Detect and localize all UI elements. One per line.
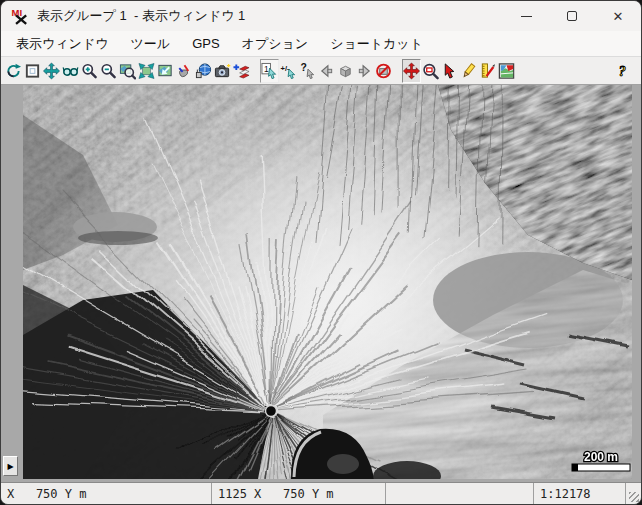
message-field xyxy=(386,483,534,504)
previous-view-button[interactable] xyxy=(156,59,175,83)
gps-icon xyxy=(195,62,212,80)
pan-arrows-icon xyxy=(43,62,60,80)
deselect-all-icon xyxy=(375,62,392,80)
minimize-icon xyxy=(521,16,532,17)
styles-icon xyxy=(176,62,193,80)
select-multi-icon: +/- xyxy=(280,62,297,80)
zoom-out-button[interactable] xyxy=(99,59,118,83)
identify-button[interactable]: ? xyxy=(298,59,317,83)
close-button[interactable]: ✕ xyxy=(595,1,641,31)
menu-shortcuts[interactable]: ショートカット xyxy=(319,32,434,56)
help-icon: ? xyxy=(615,62,632,80)
resize-grip[interactable] xyxy=(626,483,641,504)
maximize-icon xyxy=(567,11,577,21)
scale-bar-label: 200 m xyxy=(584,450,618,464)
locate-button[interactable] xyxy=(61,59,80,83)
add-layer-button[interactable] xyxy=(232,59,251,83)
titlebar: MI 表示グループ 1 - 表示ウィンドウ 1 ✕ xyxy=(1,1,641,31)
redraw-button[interactable] xyxy=(4,59,23,83)
geotoolbox-button[interactable] xyxy=(497,59,516,83)
next-element-icon xyxy=(356,62,373,80)
menu-options[interactable]: オプション xyxy=(231,32,320,56)
identify-icon: ? xyxy=(299,62,316,80)
zoom-box-button[interactable] xyxy=(421,59,440,83)
map-canvas[interactable]: 200 m xyxy=(23,85,632,479)
measure-icon xyxy=(479,62,496,80)
pan-tool-icon xyxy=(403,62,420,80)
select-single-button[interactable]: 1 xyxy=(260,59,279,83)
full-view-icon xyxy=(24,62,41,80)
element-icon xyxy=(337,62,354,80)
map-area: 200 m ▶ xyxy=(1,85,641,482)
select-tool-icon xyxy=(441,62,458,80)
map-scale-field: 1:12178 xyxy=(534,483,626,504)
locate-icon xyxy=(62,62,79,80)
minimize-button[interactable] xyxy=(503,1,549,31)
legend-panel-toggle[interactable]: ▶ xyxy=(3,456,18,476)
cursor-position-field: X 750 Y m xyxy=(1,483,212,504)
previous-element-icon xyxy=(318,62,335,80)
full-view-button[interactable] xyxy=(23,59,42,83)
previous-element-button[interactable] xyxy=(317,59,336,83)
next-element-button[interactable] xyxy=(355,59,374,83)
sketch-icon xyxy=(460,62,477,80)
snapshot-button[interactable] xyxy=(213,59,232,83)
deselect-all-button[interactable] xyxy=(374,59,393,83)
zoom-extents-button[interactable] xyxy=(137,59,156,83)
menu-gps[interactable]: GPS xyxy=(181,33,230,54)
select-tool-button[interactable] xyxy=(440,59,459,83)
select-multi-button[interactable]: +/- xyxy=(279,59,298,83)
zoom-in-button[interactable] xyxy=(80,59,99,83)
snapshot-icon xyxy=(214,62,231,80)
sketch-button[interactable] xyxy=(459,59,478,83)
zoom-full-button[interactable] xyxy=(118,59,137,83)
expand-arrow-icon: ▶ xyxy=(7,462,13,471)
redraw-icon xyxy=(5,62,22,80)
close-icon: ✕ xyxy=(613,10,624,23)
view-size-field: 1125 X 750 Y m xyxy=(212,483,386,504)
window-title: 表示グループ 1 - 表示ウィンドウ 1 xyxy=(37,7,503,25)
menu-tools[interactable]: ツール xyxy=(120,32,182,56)
zoom-in-icon xyxy=(81,62,98,80)
svg-text:?: ? xyxy=(619,63,626,79)
geotoolbox-icon xyxy=(498,62,515,80)
measure-button[interactable] xyxy=(478,59,497,83)
maximize-button[interactable] xyxy=(549,1,595,31)
previous-view-icon xyxy=(157,62,174,80)
toolbar: 1 +/- ? xyxy=(1,57,641,85)
element-button[interactable] xyxy=(336,59,355,83)
help-button[interactable]: ? xyxy=(614,59,633,83)
gps-button[interactable] xyxy=(194,59,213,83)
window-controls: ✕ xyxy=(503,1,641,31)
app-icon: MI xyxy=(11,7,29,25)
display-window: MI 表示グループ 1 - 表示ウィンドウ 1 ✕ 表示ウィンドウ ツール GP… xyxy=(0,0,642,505)
styles-button[interactable] xyxy=(175,59,194,83)
zoom-extents-icon xyxy=(138,62,155,80)
menubar: 表示ウィンドウ ツール GPS オプション ショートカット xyxy=(1,31,641,57)
svg-text:?: ? xyxy=(300,62,306,73)
zoom-full-icon xyxy=(119,62,136,80)
pan-arrows-button[interactable] xyxy=(42,59,61,83)
statusbar: X 750 Y m 1125 X 750 Y m 1:12178 xyxy=(1,482,641,504)
zoom-box-icon xyxy=(422,62,439,80)
pan-tool-button[interactable] xyxy=(402,59,421,83)
zoom-out-icon xyxy=(100,62,117,80)
menu-display-window[interactable]: 表示ウィンドウ xyxy=(5,32,120,56)
select-single-icon: 1 xyxy=(261,62,278,80)
svg-text:1: 1 xyxy=(264,63,269,73)
add-layer-icon xyxy=(233,62,250,80)
